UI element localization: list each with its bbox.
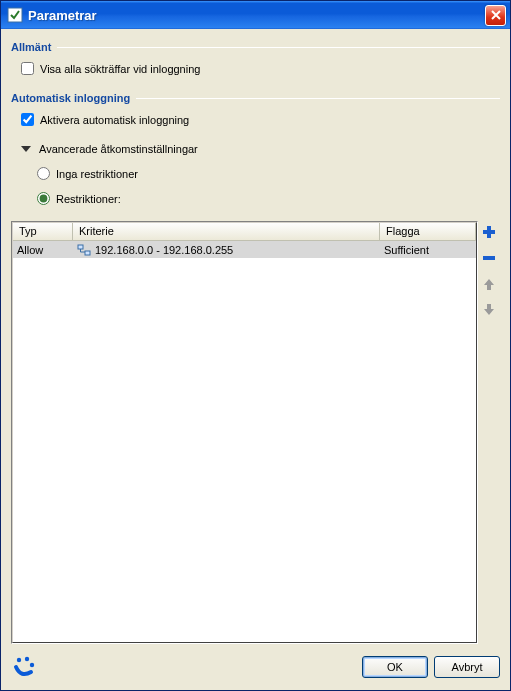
group-general: Allmänt — [11, 41, 500, 53]
restrictions-radio[interactable]: Restriktioner: — [37, 192, 500, 205]
svg-point-5 — [30, 663, 34, 667]
table-body: Allow 192.168.0.0 - 192.168.0.255 — [13, 241, 476, 642]
activate-autologin-label: Aktivera automatisk inloggning — [40, 114, 189, 126]
no-restrictions-input[interactable] — [37, 167, 50, 180]
activate-autologin-input[interactable] — [21, 113, 34, 126]
no-restrictions-label: Inga restriktioner — [56, 168, 138, 180]
add-row-button[interactable] — [480, 223, 498, 241]
show-search-hits-input[interactable] — [21, 62, 34, 75]
dialog-window: Parametrar Allmänt Visa alla sökträffar … — [0, 0, 511, 691]
group-autologin-label: Automatisk inloggning — [11, 92, 130, 104]
ok-button[interactable]: OK — [362, 656, 428, 678]
col-typ-header[interactable]: Typ — [13, 223, 73, 240]
table-header: Typ Kriterie Flagga — [13, 223, 476, 241]
show-search-hits-label: Visa alla sökträffar vid inloggning — [40, 63, 200, 75]
group-autologin: Automatisk inloggning — [11, 92, 500, 104]
brand-logo-icon — [11, 654, 37, 680]
cancel-button[interactable]: Avbryt — [434, 656, 500, 678]
divider — [57, 47, 500, 48]
col-flagga-header[interactable]: Flagga — [380, 223, 476, 240]
chevron-down-icon — [21, 146, 31, 152]
advanced-label: Avancerade åtkomstinställningar — [39, 143, 198, 155]
cell-flagga: Sufficient — [380, 243, 476, 257]
restrictions-label: Restriktioner: — [56, 193, 121, 205]
row-actions — [478, 221, 500, 644]
advanced-expander[interactable]: Avancerade åtkomstinställningar — [21, 143, 500, 155]
cell-kriterie: 192.168.0.0 - 192.168.0.255 — [73, 242, 380, 258]
move-down-button[interactable] — [480, 301, 498, 319]
svg-point-4 — [25, 657, 29, 661]
group-general-label: Allmänt — [11, 41, 51, 53]
no-restrictions-radio[interactable]: Inga restriktioner — [37, 167, 500, 180]
move-up-button[interactable] — [480, 275, 498, 293]
cell-kriterie-text: 192.168.0.0 - 192.168.0.255 — [95, 244, 233, 256]
svg-rect-1 — [78, 245, 83, 249]
footer: OK Avbryt — [1, 650, 510, 690]
col-kriterie-header[interactable]: Kriterie — [73, 223, 380, 240]
restrictions-input[interactable] — [37, 192, 50, 205]
activate-autologin-checkbox[interactable]: Aktivera automatisk inloggning — [21, 113, 500, 126]
content-area: Allmänt Visa alla sökträffar vid inloggn… — [1, 29, 510, 650]
cell-typ: Allow — [13, 243, 73, 257]
titlebar: Parametrar — [1, 1, 510, 29]
restrictions-table-area: Typ Kriterie Flagga Allow — [11, 221, 500, 644]
svg-rect-2 — [85, 251, 90, 255]
divider — [136, 98, 500, 99]
close-button[interactable] — [485, 5, 506, 26]
remove-row-button[interactable] — [480, 249, 498, 267]
app-icon — [7, 7, 23, 23]
window-title: Parametrar — [28, 8, 485, 23]
show-search-hits-checkbox[interactable]: Visa alla sökträffar vid inloggning — [21, 62, 500, 75]
table-row[interactable]: Allow 192.168.0.0 - 192.168.0.255 — [13, 241, 476, 258]
network-icon — [77, 243, 91, 257]
svg-point-3 — [17, 658, 21, 662]
restrictions-table[interactable]: Typ Kriterie Flagga Allow — [11, 221, 478, 644]
